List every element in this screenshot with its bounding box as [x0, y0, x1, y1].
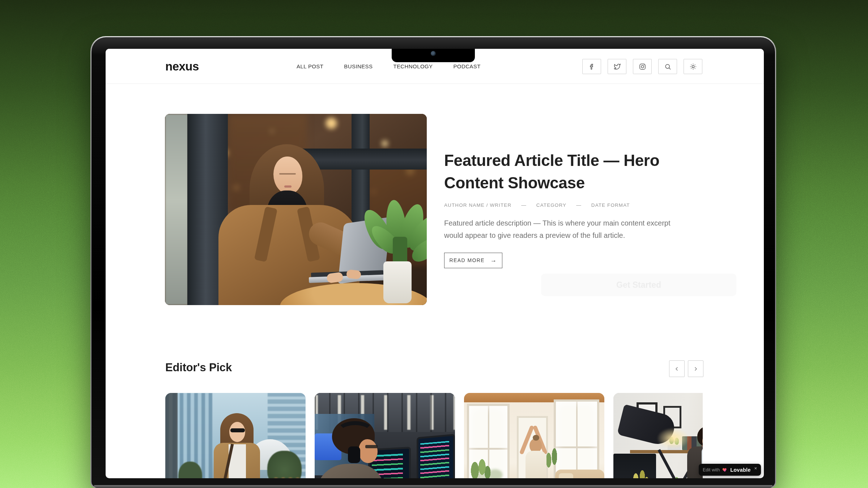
- chevron-right-icon: [693, 366, 698, 372]
- date-label: DATE FORMAT: [591, 202, 630, 208]
- instagram-button[interactable]: [633, 59, 652, 74]
- carousel-controls: [669, 360, 703, 377]
- header-icon-buttons: [582, 59, 702, 74]
- twitter-button[interactable]: [608, 59, 626, 74]
- laptop-screen: nexus ALL POST BUSINESS TECHNOLOGY PODCA…: [106, 49, 764, 478]
- nav-item-all-post[interactable]: ALL POST: [297, 63, 323, 69]
- nav-item-technology[interactable]: TECHNOLOGY: [393, 63, 433, 69]
- edit-with-lovable-badge[interactable]: Edit with Lovable ×: [699, 464, 761, 476]
- category-label: CATEGORY: [536, 202, 566, 208]
- laptop-mockup: nexus ALL POST BUSINESS TECHNOLOGY PODCA…: [90, 36, 776, 488]
- twitter-icon: [614, 63, 621, 70]
- editors-pick-heading: Editor's Pick: [165, 361, 232, 374]
- article-meta: AUTHOR NAME / WRITER — CATEGORY — DATE F…: [444, 202, 719, 208]
- read-more-button[interactable]: READ MORE →: [444, 253, 502, 268]
- sun-icon: [690, 63, 697, 70]
- carousel-prev-button[interactable]: [669, 360, 685, 377]
- editors-pick-carousel: [165, 393, 703, 478]
- lovable-heart-icon: [722, 467, 728, 472]
- featured-article-block: Featured Article Title — Hero Content Sh…: [444, 149, 719, 268]
- meta-separator: —: [576, 202, 582, 208]
- featured-article-description: Featured article description — This is w…: [444, 217, 697, 242]
- sunglasses: [230, 428, 245, 432]
- laptop-notch: [392, 49, 475, 62]
- card-home-office-photo[interactable]: [613, 393, 703, 478]
- chevron-left-icon: [674, 366, 680, 372]
- laptop-hinge: [94, 485, 773, 488]
- instagram-icon: [639, 63, 646, 70]
- headphones: [336, 421, 374, 443]
- nav-item-business[interactable]: BUSINESS: [344, 63, 373, 69]
- card-street-style-photo[interactable]: [165, 393, 306, 478]
- nav-item-podcast[interactable]: PODCAST: [453, 63, 480, 69]
- ghost-get-started-button[interactable]: Get Started: [541, 274, 736, 296]
- carousel-track[interactable]: [165, 393, 703, 478]
- webcam-dot: [431, 51, 436, 56]
- card-yoga-photo[interactable]: [464, 393, 604, 478]
- badge-close-icon[interactable]: ×: [754, 466, 757, 471]
- card-developer-photo[interactable]: [315, 393, 455, 478]
- photo-home-office-desk: [613, 393, 703, 478]
- facebook-button[interactable]: [582, 59, 601, 74]
- author-label: AUTHOR NAME / WRITER: [444, 202, 511, 208]
- carousel-next-button[interactable]: [688, 360, 703, 377]
- photo-street-style-woman: [165, 393, 306, 478]
- photo-developer-at-monitors: [315, 393, 455, 478]
- facebook-icon: [588, 63, 595, 70]
- plant-pot: [383, 261, 412, 303]
- featured-article-image-woman-in-cafe[interactable]: [165, 114, 427, 305]
- featured-article-title: Featured Article Title — Hero Content Sh…: [444, 149, 719, 194]
- woman-face: [273, 157, 302, 194]
- arrow-right-icon: →: [490, 257, 497, 264]
- search-button[interactable]: [658, 59, 677, 74]
- search-icon: [664, 63, 671, 70]
- theme-toggle-button[interactable]: [684, 59, 702, 74]
- site-logo[interactable]: nexus: [165, 49, 199, 84]
- photo-yoga-session: [464, 393, 604, 478]
- meta-separator: —: [521, 202, 527, 208]
